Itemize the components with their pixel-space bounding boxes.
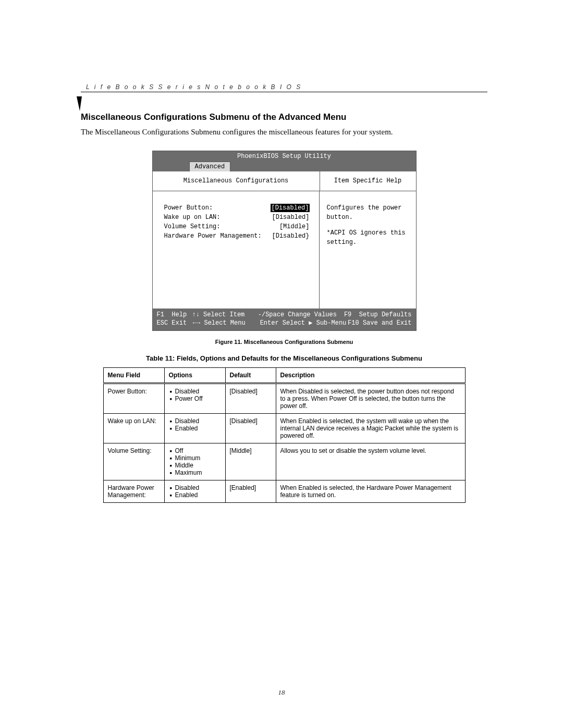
bios-right-header: Item Specific Help — [320, 171, 416, 191]
table-header-row: Menu Field Options Default Description — [103, 367, 465, 383]
bios-screen: PhoenixBIOS Setup Utility Advanced Misce… — [152, 151, 417, 331]
bios-option-label: Power Button: — [164, 204, 213, 212]
document-page: L i f e B o o k S S e r i e s N o t e b … — [0, 0, 563, 728]
bios-hint: ESC Exit — [157, 319, 193, 327]
bios-option-value[interactable]: [Disabled} — [272, 232, 309, 240]
bios-option-label: Hardware Power Management: — [164, 232, 262, 240]
bios-hint: F9 Setup Defaults — [344, 311, 412, 319]
bios-hint: ↑↓ Select Item — [192, 311, 258, 319]
option-item: Enabled — [176, 425, 221, 432]
page-number: 18 — [0, 688, 563, 697]
bios-hint: ←→ Select Menu — [193, 319, 260, 327]
bios-option-label: Volume Setting: — [164, 223, 221, 231]
bios-option-value[interactable]: [Disabled] — [271, 204, 309, 212]
bios-help-panel: Configures the power button. *ACPI OS ig… — [320, 191, 416, 309]
intro-paragraph: The Miscellaneous Configurations Submenu… — [81, 127, 487, 138]
option-item: Minimum — [176, 454, 221, 462]
table-cell-options: DisabledEnabled — [164, 480, 225, 502]
table-header-cell: Default — [225, 367, 276, 383]
option-item: Disabled — [176, 417, 221, 425]
bios-help-line: *ACPI OS ignores this — [327, 229, 409, 237]
table-cell-default: [Disabled] — [225, 413, 276, 443]
table-cell-field: Hardware Power Management: — [103, 480, 164, 502]
bios-footer: F1 Help ↑↓ Select Item -/Space Change Va… — [153, 309, 416, 330]
table-header-cell: Menu Field — [103, 367, 164, 383]
section-title: Miscellaneous Configurations Submenu of … — [81, 112, 487, 122]
table-cell-default: [Disabled] — [225, 383, 276, 413]
option-item: Middle — [176, 462, 221, 469]
table-cell-options: DisabledPower Off — [164, 383, 225, 413]
bios-hint: -/Space Change Values — [258, 311, 344, 319]
bios-left-header: Miscellaneous Configurations — [153, 171, 320, 191]
table-cell-default: [Middle] — [225, 443, 276, 480]
table-row: Wake up on LAN:DisabledEnabled[Disabled]… — [103, 413, 465, 443]
option-item: Power Off — [176, 395, 221, 402]
table-cell-options: DisabledEnabled — [164, 413, 225, 443]
bios-option-row[interactable]: Power Button: [Disabled] — [164, 204, 310, 212]
bios-help-line: button. — [327, 213, 409, 221]
bios-tab-advanced[interactable]: Advanced — [189, 162, 231, 171]
bios-title: PhoenixBIOS Setup Utility — [153, 151, 416, 162]
table-caption: Table 11: Fields, Options and Defaults f… — [81, 354, 487, 362]
options-table: Menu Field Options Default Description P… — [103, 367, 466, 503]
rule-line — [81, 92, 487, 92]
table-cell-field: Wake up on LAN: — [103, 413, 164, 443]
table-cell-field: Power Button: — [103, 383, 164, 413]
figure-caption: Figure 11. Miscellaneous Configurations … — [81, 339, 487, 345]
option-item: Maximum — [176, 469, 221, 476]
table-cell-description: When Disabled is selected, the power but… — [276, 383, 465, 413]
bios-option-row[interactable]: Wake up on LAN: [Disabled] — [164, 213, 310, 221]
bios-help-line: Configures the power — [327, 204, 409, 212]
option-item: Off — [176, 447, 221, 454]
table-cell-default: [Enabled] — [225, 480, 276, 502]
bios-hint: Enter Select ▶ Sub-Menu — [260, 319, 348, 327]
option-item: Enabled — [176, 491, 221, 499]
bios-options-panel: Power Button: [Disabled] Wake up on LAN:… — [153, 191, 320, 309]
bios-hint: F1 Help — [157, 311, 192, 319]
svg-marker-0 — [77, 96, 82, 111]
table-cell-description: Allows you to set or disable the system … — [276, 443, 465, 480]
header-wedge-icon — [77, 96, 82, 111]
table-header-cell: Options — [164, 367, 225, 383]
bios-option-value[interactable]: [Middle] — [279, 223, 310, 231]
table-cell-options: OffMinimumMiddleMaximum — [164, 443, 225, 480]
table-row: Power Button:DisabledPower Off[Disabled]… — [103, 383, 465, 413]
bios-hint: F10 Save and Exit — [348, 319, 411, 327]
bios-option-row[interactable]: Volume Setting: [Middle] — [164, 223, 310, 231]
bios-option-row[interactable]: Hardware Power Management: [Disabled} — [164, 232, 310, 240]
table-cell-field: Volume Setting: — [103, 443, 164, 480]
bios-tabbar: Advanced — [153, 162, 416, 171]
bios-option-label: Wake up on LAN: — [164, 213, 221, 221]
option-item: Disabled — [176, 388, 221, 395]
table-cell-description: When Enabled is selected, the system wil… — [276, 413, 465, 443]
table-row: Volume Setting:OffMinimumMiddleMaximum[M… — [103, 443, 465, 480]
table-row: Hardware Power Management:DisabledEnable… — [103, 480, 465, 502]
bios-option-value[interactable]: [Disabled] — [272, 213, 309, 221]
running-header: L i f e B o o k S S e r i e s N o t e b … — [81, 83, 487, 91]
option-item: Disabled — [176, 484, 221, 491]
table-cell-description: When Enabled is selected, the Hardware P… — [276, 480, 465, 502]
bios-help-line: setting. — [327, 238, 409, 246]
table-header-cell: Description — [276, 367, 465, 383]
